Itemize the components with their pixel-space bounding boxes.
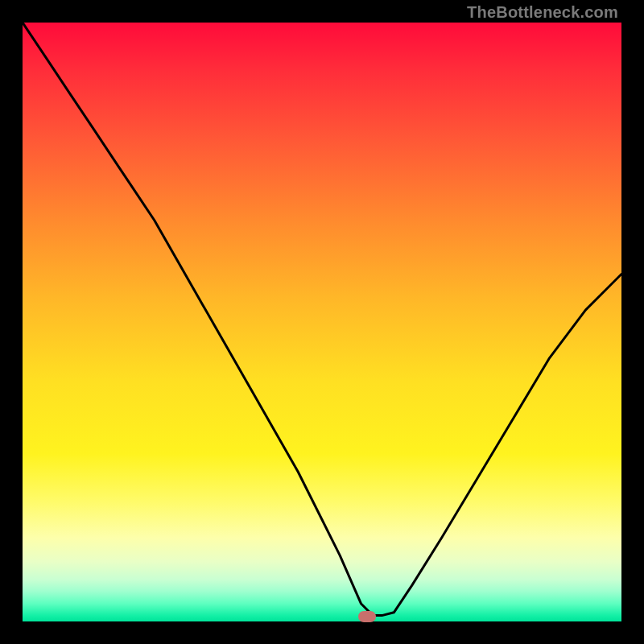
plot-area — [23, 23, 621, 621]
minimum-marker — [358, 611, 376, 622]
chart-frame: TheBottleneck.com — [0, 0, 644, 644]
curve-svg — [23, 23, 621, 621]
bottleneck-curve — [23, 23, 621, 616]
watermark-text: TheBottleneck.com — [467, 3, 618, 22]
